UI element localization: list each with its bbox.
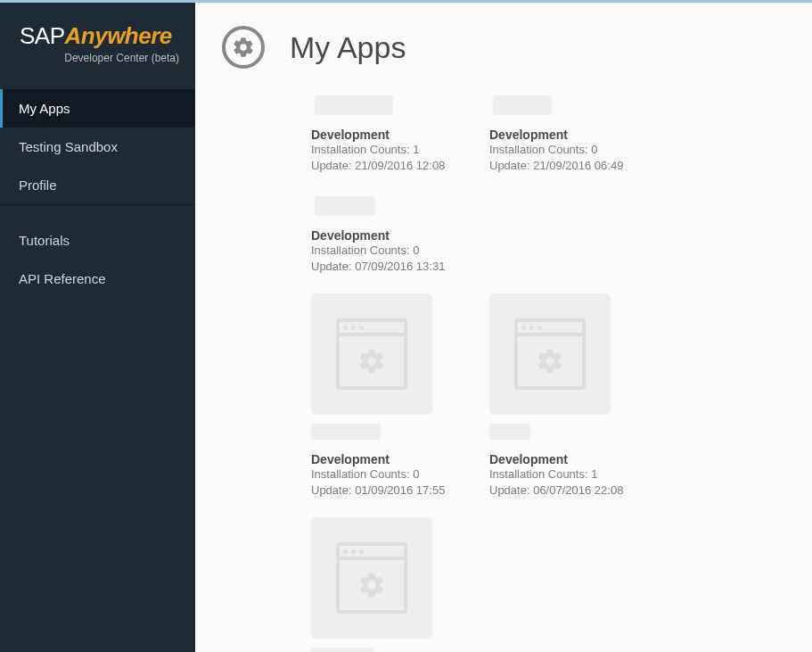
logo-subtitle: Developer Center (beta) (20, 52, 179, 64)
app-status: Development (311, 452, 480, 466)
app-updated: Update: 07/09/2016 13:31 (311, 259, 480, 275)
app-card[interactable]: Development Installation Counts: 1 Updat… (311, 92, 489, 173)
app-updated: Update: 21/09/2016 06:49 (489, 158, 659, 174)
app-card[interactable]: Development Installation Counts: 0 Updat… (489, 92, 668, 173)
app-icon-placeholder (311, 293, 432, 415)
app-status: Development (489, 128, 659, 142)
logo-block: SAPAnywhere Developer Center (beta) (0, 3, 195, 73)
nav-item-tutorials[interactable]: Tutorials (0, 221, 195, 260)
app-name-redacted (311, 648, 373, 652)
nav-item-profile[interactable]: Profile (0, 166, 195, 204)
app-icon-placeholder (489, 293, 611, 415)
page-header: My Apps (195, 3, 812, 92)
page-title: My Apps (290, 30, 406, 65)
nav-group-docs: Tutorials API Reference (0, 221, 195, 298)
main-content: My Apps Development Installation Counts:… (195, 3, 812, 652)
app-installs: Installation Counts: 0 (311, 466, 480, 483)
app-status: Development (311, 128, 480, 142)
app-updated: Update: 21/09/2016 12:08 (311, 158, 480, 174)
app-installs: Installation Counts: 0 (489, 142, 659, 158)
app-updated: Update: 01/09/2016 17:55 (311, 483, 480, 499)
app-status: Development (489, 452, 659, 466)
app-card[interactable]: Development Installation Counts: 0 Updat… (311, 193, 489, 274)
app-name-redacted (493, 95, 552, 115)
app-name-redacted (311, 424, 381, 440)
app-installs: Installation Counts: 1 (489, 466, 659, 483)
app-card[interactable]: Development Installation Counts: 1 Updat… (489, 293, 668, 498)
apps-row-1: Development Installation Counts: 1 Updat… (284, 92, 812, 293)
window-gear-icon (336, 318, 407, 390)
nav-item-api-reference[interactable]: API Reference (0, 260, 195, 298)
app-installs: Installation Counts: 0 (311, 243, 480, 259)
nav-group-main: My Apps Testing Sandbox Profile (0, 89, 195, 205)
gear-icon (222, 26, 265, 69)
app-icon-placeholder (311, 517, 432, 639)
logo-text-anywhere: Anywhere (65, 22, 172, 49)
nav-item-my-apps[interactable]: My Apps (0, 89, 195, 128)
logo-text-sap: SAP (20, 22, 65, 49)
app-name-redacted (315, 196, 375, 216)
window-gear-icon (336, 542, 407, 614)
app-card[interactable]: Development Installation Counts: 0 Updat… (311, 517, 489, 652)
nav-item-testing-sandbox[interactable]: Testing Sandbox (0, 128, 195, 166)
sidebar: SAPAnywhere Developer Center (beta) My A… (0, 3, 195, 652)
app-card[interactable]: Development Installation Counts: 0 Updat… (311, 293, 489, 498)
window-gear-icon (514, 318, 586, 390)
apps-row-2: Development Installation Counts: 0 Updat… (284, 293, 812, 652)
app-status: Development (311, 228, 480, 243)
app-name-redacted (489, 424, 530, 440)
app-updated: Update: 06/07/2016 22:08 (489, 483, 659, 499)
app-installs: Installation Counts: 1 (311, 142, 480, 158)
app-name-redacted (315, 95, 393, 115)
